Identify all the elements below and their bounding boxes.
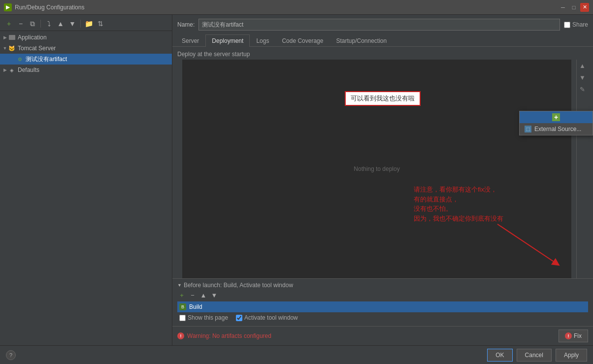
application-label: Application <box>18 34 47 41</box>
tab-content: Deploy at the server startup Nothing to … <box>172 47 593 345</box>
before-launch-section: ▼ Before launch: Build, Activate tool wi… <box>172 278 593 326</box>
warning-text: ! Warning: No artifacts configured <box>177 332 271 339</box>
name-label: Name: <box>177 21 195 28</box>
application-icon <box>8 33 16 41</box>
fix-warning-icon: ! <box>565 332 572 339</box>
window-controls: ─ □ ✕ <box>559 3 589 12</box>
artifact-label: 测试没有artifact <box>26 55 67 64</box>
build-item[interactable]: B Build <box>177 301 588 312</box>
apply-button[interactable]: Apply <box>556 349 587 362</box>
sidebar-toolbar: + − ⧉ ⤵ ▲ ▼ 📁 ⇅ <box>0 17 172 31</box>
expand-arrow-defaults: ▶ <box>2 67 8 73</box>
title-bar: ▶ Run/Debug Configurations ─ □ ✕ <box>0 0 593 15</box>
folder-button[interactable]: 📁 <box>84 19 94 29</box>
ext-source-header: + <box>520 111 593 123</box>
ext-source-popup: + ⬚ External Source... <box>519 111 593 135</box>
main-container: + − ⧉ ⤵ ▲ ▼ 📁 ⇅ ▶ Application ▼ 🐱 Tomcat… <box>0 15 593 345</box>
share-label: Share <box>572 21 588 28</box>
expand-arrow-tomcat: ▼ <box>2 45 8 51</box>
minimize-button[interactable]: ─ <box>559 3 567 12</box>
deploy-header: Deploy at the server startup <box>172 47 593 60</box>
annotation-box: 可以看到我这也没有啦 <box>345 91 421 106</box>
maximize-button[interactable]: □ <box>569 3 578 12</box>
copy-config-button[interactable]: ⧉ <box>28 19 37 29</box>
name-input[interactable] <box>198 19 560 31</box>
move-down-button[interactable]: ▼ <box>67 19 77 29</box>
expand-arrow-artifact <box>10 56 16 62</box>
options-row: Show this page Activate tool window <box>177 312 588 323</box>
window-title: Run/Debug Configurations <box>15 4 84 11</box>
before-launch-title: Before launch: Build, Activate tool wind… <box>184 282 293 289</box>
deploy-empty-message: Nothing to deploy <box>354 165 399 172</box>
add-config-button[interactable]: + <box>4 19 14 29</box>
bottom-bar: ? OK Cancel Apply <box>0 345 593 364</box>
remove-config-button[interactable]: − <box>16 19 26 29</box>
show-page-option: Show this page <box>179 314 228 321</box>
ext-source-icon: ⬚ <box>525 126 531 132</box>
tab-code-coverage[interactable]: Code Coverage <box>275 34 329 47</box>
fix-button[interactable]: ! Fix <box>559 330 588 342</box>
move-into-button[interactable]: ⤵ <box>44 19 54 29</box>
share-checkbox[interactable] <box>564 22 570 28</box>
content-area: Name: Share Server Deployment Logs Code … <box>172 15 593 345</box>
annotation-text: 请注意，看你那有这个fix没， 有的就直接点， 没有也不怕。 因为，我也不确定你… <box>414 185 503 223</box>
tab-server[interactable]: Server <box>175 34 205 47</box>
close-button[interactable]: ✕ <box>580 3 589 12</box>
ext-source-item[interactable]: ⬚ External Source... <box>520 123 593 135</box>
warning-message: Warning: No artifacts configured <box>187 332 271 339</box>
before-launch-toolbar: + − ▲ ▼ <box>177 291 588 299</box>
share-option: Share <box>564 21 588 28</box>
toolbar-separator-1 <box>40 20 41 28</box>
sort-button[interactable]: ⇅ <box>96 19 105 29</box>
window-icon: ▶ <box>4 3 12 11</box>
ext-source-plus-icon: + <box>552 113 560 121</box>
tab-logs[interactable]: Logs <box>250 34 275 47</box>
deploy-move-down-button[interactable]: ▼ <box>578 72 588 82</box>
deploy-area: Deploy at the server startup Nothing to … <box>172 47 593 278</box>
bl-up-button[interactable]: ▲ <box>199 291 208 299</box>
tab-deployment[interactable]: Deployment <box>205 34 250 47</box>
sidebar-item-tomcat[interactable]: ▼ 🐱 Tomcat Server <box>0 43 172 54</box>
name-row: Name: Share <box>172 15 593 34</box>
expand-arrow-application: ▶ <box>2 34 8 40</box>
move-up-button[interactable]: ▲ <box>56 19 66 29</box>
show-page-checkbox[interactable] <box>179 315 186 321</box>
tomcat-icon: 🐱 <box>8 44 16 52</box>
cancel-button[interactable]: Cancel <box>517 349 552 362</box>
toolbar-separator-2 <box>80 20 81 28</box>
build-label: Build <box>189 303 202 310</box>
help-button[interactable]: ? <box>6 350 16 360</box>
warning-icon: ! <box>177 332 184 339</box>
fix-label: Fix <box>574 332 582 339</box>
sidebar: + − ⧉ ⤵ ▲ ▼ 📁 ⇅ ▶ Application ▼ 🐱 Tomcat… <box>0 15 172 345</box>
deploy-edit-button[interactable]: ✎ <box>578 84 588 94</box>
show-page-label: Show this page <box>188 314 228 321</box>
tomcat-label: Tomcat Server <box>18 45 56 52</box>
defaults-icon: ◈ <box>8 66 16 74</box>
before-launch-header: ▼ Before launch: Build, Activate tool wi… <box>177 282 588 289</box>
defaults-label: Defaults <box>18 66 39 73</box>
before-launch-arrow[interactable]: ▼ <box>177 283 182 288</box>
bl-add-button[interactable]: + <box>177 291 186 299</box>
deploy-move-up-button[interactable]: ▲ <box>578 61 588 70</box>
build-icon: B <box>179 303 186 310</box>
tab-startup-connection[interactable]: Startup/Connection <box>329 34 393 47</box>
activate-tool-label: Activate tool window <box>244 314 298 321</box>
activate-tool-option: Activate tool window <box>236 314 298 321</box>
warning-bar: ! Warning: No artifacts configured ! Fix <box>172 326 593 345</box>
ext-source-label: External Source... <box>534 126 581 132</box>
sidebar-item-artifact[interactable]: ⚙ 测试没有artifact <box>0 54 172 65</box>
ok-button[interactable]: OK <box>487 349 512 362</box>
bl-down-button[interactable]: ▼ <box>210 291 219 299</box>
sidebar-item-application[interactable]: ▶ Application <box>0 32 172 43</box>
tabs-bar: Server Deployment Logs Code Coverage Sta… <box>172 34 593 47</box>
sidebar-item-defaults[interactable]: ▶ ◈ Defaults <box>0 65 172 75</box>
artifact-icon: ⚙ <box>16 55 24 63</box>
bl-remove-button[interactable]: − <box>188 291 197 299</box>
activate-tool-checkbox[interactable] <box>236 315 242 321</box>
